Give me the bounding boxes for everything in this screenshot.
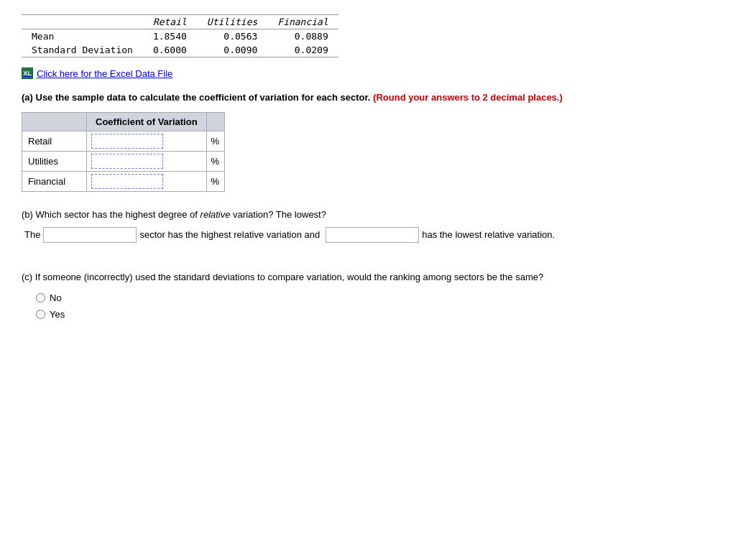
top-data-section: Retail Utilities Financial Mean 1.8540 0… — [22, 14, 734, 57]
stdev-financial: 0.0209 — [267, 43, 338, 57]
part-b-question-prefix: (b) Which sector has the highest degree … — [22, 209, 200, 220]
percent-utilities: % — [206, 151, 224, 171]
part-b-question-italic: relative — [200, 209, 231, 220]
radio-no[interactable] — [36, 293, 45, 302]
mean-utilities: 0.0563 — [197, 29, 267, 44]
part-c-radio-group: No Yes — [22, 292, 734, 320]
retail-coeff-input[interactable] — [91, 134, 163, 149]
part-b-question-suffix: variation? The lowest? — [231, 209, 326, 220]
excel-link-text[interactable]: Click here for the Excel Data File — [37, 68, 172, 79]
financial-coeff-input[interactable] — [91, 174, 163, 189]
part-b-middle-text: sector has the highest relative variatio… — [137, 229, 323, 240]
part-b-section: (b) Which sector has the highest degree … — [22, 209, 734, 243]
coeff-col-percent — [206, 112, 224, 131]
part-b-suffix-text: has the lowest relative variation. — [419, 229, 558, 240]
radio-yes[interactable] — [36, 310, 45, 319]
coeff-header-text: Coefficient of Variation — [96, 116, 198, 127]
part-c-section: (c) If someone (incorrectly) used the st… — [22, 272, 734, 320]
coeff-input-cell-utilities[interactable] — [87, 151, 207, 171]
col-header-empty — [22, 15, 143, 29]
part-b-lowest-input[interactable] — [326, 227, 419, 243]
percent-financial: % — [206, 171, 224, 191]
table-row: Standard Deviation 0.6000 0.0090 0.0209 — [22, 43, 338, 57]
mean-retail: 1.8540 — [143, 29, 197, 44]
stdev-utilities: 0.0090 — [197, 43, 267, 57]
coeff-input-cell-retail[interactable] — [87, 131, 207, 151]
row-label-stdev: Standard Deviation — [22, 43, 143, 57]
radio-no-item[interactable]: No — [36, 292, 734, 303]
row-label-mean: Mean — [22, 29, 143, 44]
utilities-coeff-input[interactable] — [91, 154, 163, 169]
col-header-financial: Financial — [267, 15, 338, 29]
part-b-answer-row: The sector has the highest relative vari… — [22, 227, 734, 243]
radio-yes-label: Yes — [50, 309, 65, 320]
part-c-question: (c) If someone (incorrectly) used the st… — [22, 272, 734, 282]
part-b-question: (b) Which sector has the highest degree … — [22, 209, 734, 220]
part-b-prefix-text: The — [22, 229, 43, 240]
coeff-input-cell-financial[interactable] — [87, 171, 207, 191]
radio-yes-item[interactable]: Yes — [36, 309, 734, 320]
col-header-utilities: Utilities — [197, 15, 267, 29]
stdev-retail: 0.6000 — [143, 43, 197, 57]
coeff-col-header: Coefficient of Variation — [87, 112, 207, 131]
col-header-retail: Retail — [143, 15, 197, 29]
part-a-question: (a) Use the sample data to calculate the… — [22, 91, 734, 105]
part-b-highest-input[interactable] — [43, 227, 137, 243]
percent-retail: % — [206, 131, 224, 151]
coeff-row-label-retail: Retail — [22, 131, 87, 151]
coefficient-table: Coefficient of Variation Retail % Utilit… — [22, 112, 225, 192]
part-a-section: (a) Use the sample data to calculate the… — [22, 91, 734, 192]
mean-financial: 0.0889 — [267, 29, 338, 44]
radio-no-label: No — [50, 292, 62, 303]
excel-icon: XL — [22, 68, 33, 79]
summary-table: Retail Utilities Financial Mean 1.8540 0… — [22, 14, 338, 57]
coeff-col-label-empty — [22, 112, 87, 131]
part-a-rounding-note: (Round your answers to 2 decimal places.… — [373, 92, 563, 103]
coeff-row-financial: Financial % — [22, 171, 225, 191]
part-a-question-text: (a) Use the sample data to calculate the… — [22, 92, 370, 103]
excel-link[interactable]: XL Click here for the Excel Data File — [22, 68, 734, 79]
coeff-row-label-financial: Financial — [22, 171, 87, 191]
coeff-row-retail: Retail % — [22, 131, 225, 151]
coeff-row-label-utilities: Utilities — [22, 151, 87, 171]
table-row: Mean 1.8540 0.0563 0.0889 — [22, 29, 338, 44]
coeff-row-utilities: Utilities % — [22, 151, 225, 171]
